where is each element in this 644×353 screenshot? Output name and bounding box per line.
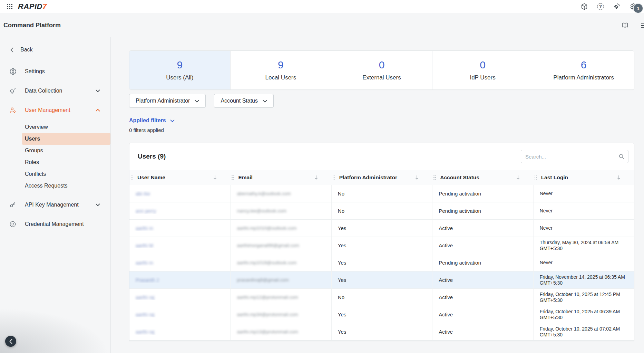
stat-label: Platform Administrators — [553, 74, 614, 81]
back-label: Back — [20, 47, 33, 53]
stat-tab-users-all[interactable]: 9 Users (All) — [129, 51, 230, 89]
sidebar-item-conflicts[interactable]: Conflicts — [22, 168, 110, 180]
platform-admin-cell: No — [331, 185, 432, 202]
last-login-cell: Never — [533, 254, 634, 271]
user-name-link[interactable]: abi rke — [136, 191, 150, 197]
sidebar-item-data-collection[interactable]: Data Collection — [0, 83, 110, 99]
column-label[interactable]: Platform Administrator — [339, 174, 397, 181]
table-row[interactable]: aarthi raj aarthi.mp12@protonmail.com No… — [129, 289, 634, 306]
help-icon[interactable]: ? — [597, 3, 604, 10]
back-button[interactable]: Back — [0, 42, 110, 57]
sidebar-item-groups[interactable]: Groups — [22, 145, 110, 156]
sidebar-item-settings[interactable]: Settings — [0, 63, 110, 80]
email-cell: aarthi.mp1019@outlook.com — [237, 260, 296, 265]
table-row[interactable]: aarthi M aarthimorganal99@gmail.com Yes … — [129, 237, 634, 254]
user-name-link[interactable]: aarthi raj — [136, 312, 154, 317]
sidebar-collapse-button[interactable] — [5, 336, 16, 347]
table-body: abi rke abernathy.k@outlook.com No Pendi… — [129, 185, 634, 341]
stat-tab-external-users[interactable]: 0 External Users — [331, 51, 432, 89]
user-name-link[interactable]: aarthi raj — [136, 295, 154, 300]
chevron-down-icon — [263, 100, 267, 103]
table-row[interactable]: aarthi m aarthi.mp1010@outlook.com Yes A… — [129, 220, 634, 237]
sidebar-item-roles[interactable]: Roles — [22, 156, 110, 168]
drag-handle-icon[interactable] — [232, 175, 235, 180]
user-name-link[interactable]: aarthi m — [136, 260, 153, 266]
column-label[interactable]: Account Status — [440, 174, 479, 181]
platform-admin-cell: Yes — [331, 323, 432, 340]
email-cell: aarthimorganal99@gmail.com — [237, 243, 299, 248]
applied-filters-toggle[interactable]: Applied filters — [129, 117, 634, 124]
table-row[interactable]: aarthi raj aarthi.mp13@protonmail.com Ye… — [129, 323, 634, 341]
search-input[interactable] — [521, 150, 618, 163]
platform-admin-cell: No — [331, 289, 432, 306]
package-icon[interactable] — [580, 3, 588, 10]
logo-seven-text: 7 — [42, 2, 47, 11]
submenu-label: Groups — [25, 147, 43, 154]
sort-descending-icon[interactable] — [516, 175, 520, 180]
badge-face-icon — [9, 220, 17, 228]
sidebar-item-user-management[interactable]: User Management — [0, 102, 110, 118]
book-icon[interactable] — [621, 21, 629, 29]
table-header-row: User Name Email Platform Administrator — [129, 170, 634, 185]
platform-administrator-filter-dropdown[interactable]: Platform Administrator — [129, 94, 206, 108]
user-name-link[interactable]: Prasanth J — [136, 277, 159, 283]
filter-row: Platform Administrator Account Status — [129, 94, 634, 108]
column-label[interactable]: Last Login — [541, 174, 568, 181]
sort-descending-icon[interactable] — [314, 175, 318, 180]
user-name-link[interactable]: aarthi raj — [136, 329, 154, 335]
sidebar-item-users[interactable]: Users — [22, 133, 110, 145]
drag-handle-icon[interactable] — [131, 175, 134, 180]
account-status-filter-dropdown[interactable]: Account Status — [214, 94, 274, 108]
stat-tab-idp-users[interactable]: 0 IdP Users — [432, 51, 533, 89]
clipped-icon[interactable] — [640, 21, 644, 30]
search-icon[interactable] — [618, 153, 625, 160]
account-status-cell: Active — [432, 289, 533, 306]
drag-handle-icon[interactable] — [333, 175, 336, 180]
column-label[interactable]: User Name — [137, 174, 165, 181]
submenu-label: Roles — [25, 159, 39, 165]
rapid7-logo[interactable]: RAPID7 — [18, 2, 47, 11]
filter-label: Account Status — [221, 98, 258, 104]
column-header-user-name: User Name — [129, 170, 230, 185]
email-cell: nancy.lee@outlook.com — [237, 208, 286, 213]
stat-label: IdP Users — [470, 74, 495, 81]
table-row[interactable]: aarthi m aarthi.mp1019@outlook.com Yes P… — [129, 254, 634, 271]
sort-descending-icon[interactable] — [415, 175, 419, 180]
stat-tab-local-users[interactable]: 9 Local Users — [230, 51, 331, 89]
table-row-highlighted[interactable]: Prasanth J prasanthraj9@gmail.com Yes Ac… — [129, 271, 634, 289]
sidebar-item-api-key-management[interactable]: API Key Management — [0, 197, 110, 213]
user-name-link[interactable]: aarthi M — [136, 243, 153, 248]
submenu-label: Access Requests — [25, 183, 68, 189]
sidebar-item-credential-management[interactable]: Credential Management — [0, 216, 110, 232]
table-row[interactable]: ann perry nancy.lee@outlook.com No Pendi… — [129, 202, 634, 220]
user-management-submenu: Overview Users Groups Roles Conflicts Ac… — [0, 121, 110, 192]
sort-descending-icon[interactable] — [213, 175, 217, 180]
account-status-cell: Active — [432, 306, 533, 323]
drag-handle-icon[interactable] — [433, 175, 437, 180]
submenu-label: Conflicts — [25, 171, 46, 177]
apps-grid-icon[interactable] — [7, 4, 12, 9]
email-cell: aarthi.mp1010@outlook.com — [237, 226, 296, 231]
last-login-cell: Never — [533, 185, 634, 202]
email-cell: abernathy.k@outlook.com — [237, 191, 291, 196]
table-row[interactable]: aarthi raj aarthi.mp34@protonmail.com Ye… — [129, 306, 634, 323]
sidebar-item-overview[interactable]: Overview — [22, 121, 110, 133]
sidebar-item-access-requests[interactable]: Access Requests — [22, 180, 110, 192]
stat-value: 9 — [278, 59, 284, 71]
column-label[interactable]: Email — [238, 174, 252, 181]
sort-descending-icon[interactable] — [617, 175, 621, 180]
drag-handle-icon[interactable] — [535, 175, 538, 180]
help-glyph: ? — [599, 4, 602, 9]
user-name-link[interactable]: ann perry — [136, 208, 156, 214]
sidebar-item-label: Credential Management — [25, 221, 84, 227]
user-name-link[interactable]: aarthi m — [136, 226, 153, 231]
user-gear-icon — [9, 106, 17, 114]
stat-tab-platform-administrators[interactable]: 6 Platform Administrators — [533, 51, 634, 89]
submenu-label: Overview — [25, 124, 48, 130]
notification-badge[interactable]: 1 — [634, 4, 643, 13]
table-row[interactable]: abi rke abernathy.k@outlook.com No Pendi… — [129, 185, 634, 202]
chevron-down-icon — [170, 120, 175, 122]
stat-value: 6 — [581, 59, 587, 71]
plug-icon[interactable] — [613, 3, 621, 10]
logo-rapid-text: RAPID — [18, 2, 42, 11]
